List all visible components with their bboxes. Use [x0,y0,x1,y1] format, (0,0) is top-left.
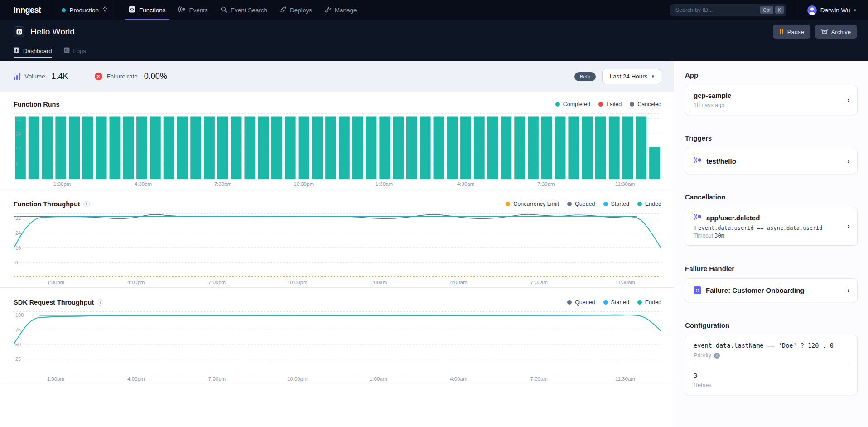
x-tick-label: 11:30am [615,376,635,382]
trigger-card[interactable]: test/hello › [685,148,858,174]
tab-label: Logs [73,48,86,54]
x-tick-label: 7:00am [530,280,548,285]
legend-item: Ended [637,299,661,306]
chart-title: Function Runs [14,101,60,108]
sdk-throughput-section: SDK Request Throughputi QueuedStartedEnd… [0,288,674,384]
nav-tab-label: Manage [335,7,357,14]
divider [116,0,116,20]
tab-logs[interactable]: Logs [64,44,86,58]
legend-item: Queued [567,201,595,207]
svg-text:24: 24 [15,131,21,136]
x-tick-label: 11:30am [615,280,635,285]
failure-rate-label: Failure rate [107,73,138,80]
pause-button[interactable]: Pause [773,25,810,39]
x-tick-label: 1:30am [376,181,393,187]
x-tick-label: 7:00am [530,376,548,382]
global-search[interactable]: Ctrl K [670,4,786,16]
archive-label: Archive [831,29,851,35]
nav-tab-deploys[interactable]: Deploys [274,0,318,20]
legend-item: Started [603,299,629,306]
archive-button[interactable]: Archive [815,25,857,39]
tab-dashboard[interactable]: Dashboard [14,44,52,58]
legend-item: Queued [567,299,595,306]
svg-text:8: 8 [15,260,18,265]
x-tick-label: 4:30am [457,181,474,187]
x-tick-label: 10:30pm [294,181,314,187]
nav-right: Ctrl K Darwin Wu ▾ [670,0,868,20]
priority-expression: event.data.lastName == 'Doe' ? 120 : 0 [694,342,849,349]
nav-tab-functions[interactable]: Functions [122,0,172,20]
time-range-value: Last 24 Hours [609,73,647,80]
chevron-down-icon: ▾ [854,7,856,13]
info-icon[interactable]: i [97,299,103,306]
triggers-section: Triggers test/hello › [685,134,858,174]
tab-label: Dashboard [23,48,52,54]
x-tick-label: 7:00pm [208,280,226,285]
x-axis-labels: 1:30pm4:30pm7:30pm10:30pm1:30am4:30am7:3… [14,179,661,189]
svg-text:25: 25 [15,356,21,362]
svg-text:100: 100 [15,312,24,318]
cancellation-card[interactable]: app/user.deleted If event.data.userId ==… [685,207,858,246]
environment-switcher[interactable]: Production [53,0,116,20]
configuration-section: Configuration event.data.lastName == 'Do… [685,321,858,395]
search-input[interactable] [675,7,759,13]
legend-item: Canceled [630,101,661,107]
inngest-logo: inngest [0,5,53,15]
chevron-right-icon: › [847,222,850,231]
time-range-dropdown[interactable]: Last 24 Hours ▾ [602,69,661,84]
chart-title: SDK Request Throughputi [14,299,103,306]
user-name: Darwin Wu [820,7,850,14]
event-signal-icon [694,157,702,165]
app-card[interactable]: gcp-sample 18 days ago › [685,85,858,115]
x-tick-label: 1:00pm [47,280,64,285]
stats-bar: Volume 1.4K ✕ Failure rate 0.00% Beta La… [0,61,674,92]
kbd-k: K [775,6,784,14]
environment-status-dot [62,8,66,12]
nav-tab-events[interactable]: Events [172,0,214,20]
info-icon[interactable]: i [83,201,90,207]
nav-tab-event-search[interactable]: Event Search [214,0,274,20]
failure-rate-stat: ✕ Failure rate 0.00% [95,72,167,81]
x-tick-label: 1:00am [370,280,387,285]
failure-handler-name: Failure: Customer Onboarding [706,286,805,294]
section-heading: Triggers [685,134,858,142]
x-tick-label: 11:30am [615,181,635,187]
user-menu[interactable]: Darwin Wu ▾ [796,0,868,20]
pause-label: Pause [787,29,804,35]
failure-handler-card[interactable]: Failure: Customer Onboarding › [685,278,858,302]
logs-icon [64,47,70,54]
nav-tab-label: Functions [139,7,166,14]
nav-tab-label: Event Search [231,7,267,14]
environment-label: Production [70,7,99,14]
nav-tab-manage[interactable]: Manage [318,0,363,20]
svg-text:32: 32 [15,215,21,221]
svg-text:24: 24 [15,230,21,236]
chevron-right-icon: › [847,286,850,295]
function-throughput-section: Function Throughputi Concurrency LimitQu… [0,189,674,288]
event-signal-icon [178,6,186,14]
function-runs-section: Function Runs CompletedFailedCanceled 81… [0,92,674,189]
volume-stat: Volume 1.4K [14,72,68,81]
cancellation-condition: If event.data.userId == async.data.userI… [694,225,839,231]
x-tick-label: 4:00pm [127,280,145,285]
rocket-icon [280,6,286,14]
nav-tab-label: Deploys [290,7,312,14]
divider [694,365,849,365]
trigger-name: test/hello [706,157,736,165]
failure-handler-section: Failure Handler Failure: Customer Onboar… [685,265,858,302]
x-tick-label: 4:00pm [127,376,145,382]
svg-text:16: 16 [15,245,21,251]
nav-tab-label: Events [189,7,208,14]
legend-item: Failed [598,101,622,107]
event-signal-icon [694,214,702,222]
x-tick-label: 4:30pm [135,181,152,187]
function-throughput-chart: 8162432 [14,213,661,277]
svg-text:75: 75 [15,327,21,332]
svg-text:32: 32 [15,116,21,121]
function-code-icon [694,286,701,294]
app-root: inngest Production Functions Events [0,0,868,427]
info-icon[interactable]: i [714,353,720,359]
retries-value: 3 [694,372,849,379]
legend-item: Ended [637,201,661,207]
x-tick-label: 7:00pm [208,376,226,382]
